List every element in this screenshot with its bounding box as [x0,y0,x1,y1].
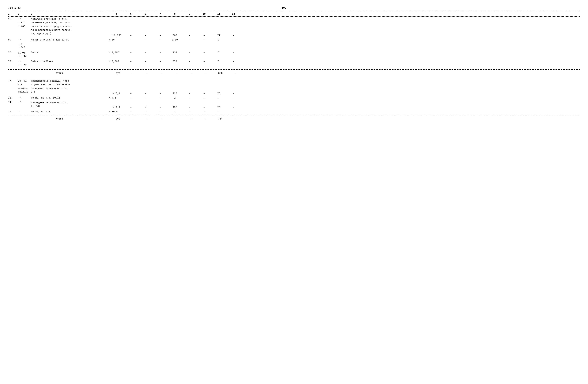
page-num: -102- [280,6,288,9]
col-header-7: 7 [153,13,168,16]
row-c6: / [138,106,153,109]
row-c8: 3 [168,110,182,113]
col-header-1: I [8,13,18,16]
row-c12: – [226,51,241,54]
row-c8: 3I2 [168,60,182,63]
table-row: IO. 0I-05 стр.I4 Болты т0,006 – – – 232 … [8,50,580,59]
total-c5: – [125,72,140,75]
row-c9: – [182,34,197,37]
row-unit: м36 [109,39,124,41]
row-c8: 303 [168,34,182,37]
total2-c7: – [154,118,169,120]
col-header-4: 4 [109,13,124,16]
row-c10: – [197,110,211,113]
row-c8: I95 [168,106,182,109]
row-c7: – [153,97,168,99]
row-c5: – [124,110,138,113]
row-desc: Накладные расходы по п.п. I, 7,8 [31,101,109,108]
row-desc: Транспортные расходы, тара и упаковка, з… [31,79,109,94]
row-c11: I6 [211,106,226,109]
col-header-11: II [211,13,226,16]
total2-c8: – [169,118,184,120]
total-c10: – [198,72,213,75]
row-c6: – [138,34,153,37]
row-c7: – [153,39,168,41]
row-c11: I7 [211,34,226,37]
page-header: 704-I-53 -102- [8,6,580,9]
row-c6: – [138,51,153,54]
total2-c10: – [198,118,213,120]
table-row: 8. -"- ч.II п.468 Металлконструкции (в т… [8,17,580,38]
row-desc: То же, по п.9 [31,110,109,113]
row-c6: – [138,97,153,99]
row-c12: – [226,97,241,99]
row-unit: %8,3 [109,101,124,109]
total-c8: – [169,72,184,75]
row-c10: – [197,92,211,95]
total-c9: – [184,72,198,75]
section-divider-2 [8,115,580,115]
row-unit-val: т0,056 [109,17,124,37]
total2-c5: – [125,118,140,120]
row-ref: -"- [18,97,31,99]
table-row: 9. -"- ч.У п.343 Канат стальной 6-I20-II… [8,38,580,50]
row-c11: IO [211,92,226,95]
row-num: IO. [8,51,18,54]
total-c12: – [228,72,242,75]
col-header-8: 8 [168,13,182,16]
total-c6: – [140,72,154,75]
row-c7: – [153,51,168,54]
row-c9: – [182,51,197,54]
row-ref: -"- ч.У п.343 [18,39,31,50]
row-c7: – [153,110,168,113]
total2-unit: руб [111,118,125,120]
table-row: I2. Цен.№I ч.У техн.ч. табл.I2 Транспорт… [8,79,580,96]
row-c5: – [124,39,138,41]
row-ref: Цен.№I ч.У техн.ч. табл.I2 [18,79,31,94]
row-ref: -"- стр.52 [18,60,31,67]
row-c6: – [138,60,153,63]
row-c11: I [211,51,226,54]
total2-c11: 354 [213,118,228,120]
row-c9: – [182,92,197,95]
row-unit: т0,006 [109,51,124,54]
row-desc: Гайки с шайбами [31,60,109,63]
row-desc: Канат стальной 6-I20-II-СС [31,39,109,41]
row-c5: – [124,106,138,109]
total-unit: руб [111,72,125,75]
row-c10: – [197,51,211,54]
row-c5: – [124,51,138,54]
row-num: 9. [8,39,18,41]
row-desc: Металлконструкции (в т.ч. воротники для … [31,17,109,36]
row-unit: %7,5 [109,97,124,99]
row-c6: – [138,110,153,113]
row-c9: – [182,97,197,99]
row-c12: – [226,60,241,63]
table-row: I4. -"- Накладные расходы по п.п. I, 7,8… [8,100,580,110]
row-c10: – [197,60,211,63]
section-gap [8,76,580,79]
row-num: 8. [8,17,18,20]
row-c7: – [153,60,168,63]
row-c9: – [182,110,197,113]
total2-c6: – [140,118,154,120]
row-unit: т0,002 [109,60,124,63]
row-c9: – [182,106,197,109]
row-desc: Болты [31,51,109,54]
col-header-2: 2 [18,13,31,16]
row-c12: – [226,34,241,37]
col-header-10: IO [197,13,211,16]
row-c9: – [182,39,197,41]
row-c11: – [211,97,226,99]
total-row-2: Итого руб – – – – – – 354 – [8,116,580,121]
row-c5: – [124,60,138,63]
row-num: I2. [8,79,18,82]
col-header-12: I2 [226,13,241,16]
col-header-9: 9 [182,13,197,16]
row-c7: – [153,34,168,37]
table-row: I3. -"- То же, по п.п. IO,II %7,5 – – – … [8,96,580,100]
row-c5: – [124,97,138,99]
table-row: II. -"- стр.52 Гайки с шайбами т0,002 – … [8,59,580,68]
total2-label: Итого [8,118,111,120]
row-c10: – [197,34,211,37]
